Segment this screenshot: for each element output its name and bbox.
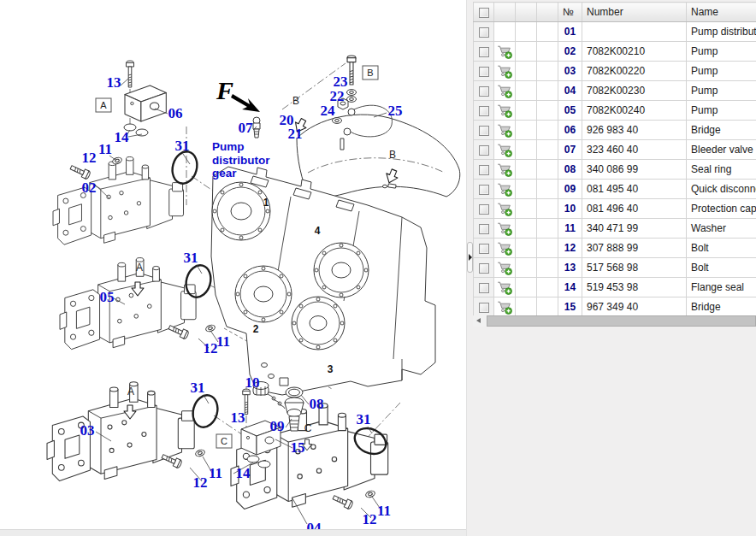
- table-row[interactable]: 027082K00210Pump: [474, 42, 756, 62]
- callout-label: 24: [321, 103, 336, 119]
- cell-name: Pump: [687, 101, 756, 121]
- table-row[interactable]: 13517 568 98Bolt: [474, 258, 756, 278]
- add-to-cart-icon[interactable]: [497, 280, 512, 295]
- row-checkbox[interactable]: [479, 283, 489, 293]
- cell-name: Bolt: [687, 258, 756, 278]
- row-checkbox[interactable]: [479, 27, 489, 38]
- table-row[interactable]: 037082K00220Pump: [474, 62, 756, 81]
- cell-number: 081 496 40: [582, 199, 687, 219]
- diagram-hscrollbar[interactable]: [0, 529, 466, 536]
- table-row[interactable]: 11340 471 99Washer: [474, 219, 756, 239]
- add-to-cart-icon[interactable]: [497, 44, 512, 59]
- row-empty-1: [516, 121, 537, 140]
- splitter-collapse-handle[interactable]: [467, 242, 473, 273]
- add-to-cart-icon[interactable]: [497, 103, 512, 118]
- table-row[interactable]: 057082K00240Pump: [474, 101, 756, 121]
- cell-name: Pump: [687, 42, 756, 62]
- cell-no: 06: [558, 121, 582, 140]
- select-all-checkbox[interactable]: [479, 8, 489, 18]
- row-empty-1: [516, 297, 537, 317]
- table-row[interactable]: 08340 086 99Seal ring: [474, 160, 756, 180]
- table-row[interactable]: 09081 495 40Quick disconnect: [474, 180, 756, 199]
- cell-number: 926 983 40: [582, 121, 687, 140]
- callout-label: 12: [193, 474, 208, 491]
- callout-label: 12: [363, 511, 377, 527]
- row-checkbox[interactable]: [479, 244, 489, 254]
- row-empty-2: [537, 81, 558, 101]
- panel-splitter[interactable]: [466, 0, 473, 536]
- callout-label: 12: [82, 150, 97, 166]
- row-cart-cell: [494, 62, 516, 81]
- scroll-left-arrow[interactable]: [473, 315, 486, 327]
- callout-label: 25: [388, 103, 403, 119]
- row-checkbox[interactable]: [479, 145, 489, 156]
- table-row[interactable]: 01Pump distributor gear: [474, 22, 756, 42]
- add-to-cart-icon[interactable]: [497, 202, 512, 216]
- row-checkbox[interactable]: [479, 185, 489, 195]
- cell-number: 340 471 99: [582, 219, 687, 239]
- add-to-cart-icon[interactable]: [497, 182, 512, 197]
- row-checkbox[interactable]: [479, 165, 489, 175]
- row-checkbox[interactable]: [479, 86, 489, 97]
- add-to-cart-icon[interactable]: [497, 261, 512, 275]
- callout-label: 21: [288, 126, 303, 142]
- cell-name: Bolt: [687, 239, 756, 258]
- row-empty-1: [516, 239, 537, 258]
- header-no: №: [558, 3, 582, 22]
- row-empty-2: [537, 239, 558, 258]
- row-checkbox[interactable]: [479, 126, 489, 136]
- add-to-cart-icon[interactable]: [497, 84, 512, 98]
- header-cart-cell: [494, 3, 516, 22]
- callout-label: 10: [245, 374, 260, 391]
- row-checkbox[interactable]: [479, 106, 489, 116]
- table-row[interactable]: 15967 349 40Bridge: [474, 297, 756, 317]
- cell-no: 04: [558, 81, 582, 101]
- header-name: Name: [687, 3, 756, 22]
- table-row[interactable]: 06926 983 40Bridge: [474, 121, 756, 140]
- row-cart-cell: [494, 219, 516, 239]
- pump-03: [47, 382, 194, 481]
- add-to-cart-icon[interactable]: [497, 241, 512, 256]
- table-row[interactable]: 047082K00230Pump: [474, 81, 756, 101]
- row-checkbox-cell: [474, 140, 494, 160]
- table-row[interactable]: 12307 888 99Bolt: [474, 239, 756, 258]
- callout-label: 13: [107, 74, 121, 91]
- row-cart-cell: [494, 297, 516, 317]
- letter-label: B: [389, 149, 396, 161]
- table-hscrollbar[interactable]: [473, 315, 756, 327]
- row-empty-1: [516, 140, 537, 160]
- row-checkbox[interactable]: [479, 263, 489, 274]
- row-empty-1: [516, 81, 537, 101]
- row-cart-cell: [494, 199, 516, 219]
- table-row[interactable]: 10081 496 40Protection cap: [474, 199, 756, 219]
- f-direction-arrow: [231, 94, 260, 112]
- diagram-panel: ABCBBAAC 1306141112023107232224202125310…: [0, 0, 466, 536]
- add-to-cart-icon[interactable]: [497, 300, 512, 315]
- parts-table: № Number Name 01Pump distributor gear027…: [473, 2, 756, 317]
- callout-label: 13: [231, 409, 245, 426]
- add-to-cart-icon[interactable]: [497, 143, 512, 157]
- hscrollbar-thumb[interactable]: [487, 315, 756, 327]
- table-row[interactable]: 07323 460 40Bleeder valve: [474, 140, 756, 160]
- row-checkbox[interactable]: [479, 303, 489, 313]
- add-to-cart-icon[interactable]: [497, 221, 512, 236]
- row-checkbox[interactable]: [479, 47, 489, 57]
- cell-no: 11: [558, 219, 582, 239]
- cell-no: 01: [558, 22, 582, 42]
- row-checkbox[interactable]: [479, 204, 489, 215]
- letter-label: C: [304, 422, 312, 434]
- row-empty-2: [537, 62, 558, 81]
- cell-no: 10: [558, 199, 582, 219]
- add-to-cart-icon[interactable]: [497, 123, 512, 138]
- add-to-cart-icon[interactable]: [497, 162, 512, 177]
- add-to-cart-icon[interactable]: [497, 64, 512, 79]
- f-direction-letter: F: [216, 76, 233, 104]
- callout-label: 11: [216, 333, 230, 350]
- cell-number: 7082K00240: [582, 101, 687, 121]
- cell-name: Quick disconnect: [687, 180, 756, 199]
- row-checkbox[interactable]: [479, 67, 489, 77]
- row-checkbox[interactable]: [479, 224, 489, 234]
- boxletter-label: A: [100, 100, 107, 110]
- row-checkbox-cell: [474, 258, 494, 278]
- table-row[interactable]: 14519 453 98Flange seal: [474, 278, 756, 297]
